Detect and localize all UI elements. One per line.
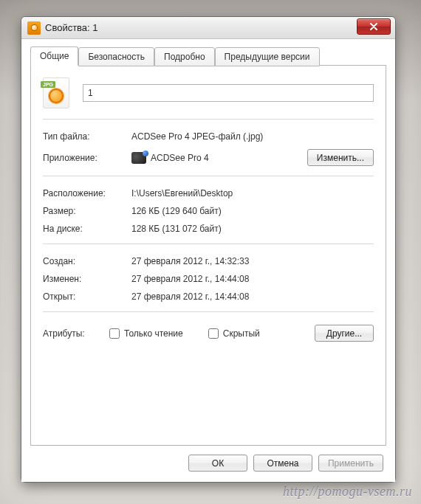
change-app-button[interactable]: Изменить... — [307, 149, 374, 166]
other-attributes-button[interactable]: Другие... — [315, 325, 374, 342]
label-size: Размер: — [43, 206, 131, 216]
close-button[interactable] — [357, 18, 391, 35]
label-accessed: Открыт: — [43, 291, 131, 302]
value-size-on-disk: 128 КБ (131 072 байт) — [131, 224, 374, 234]
checkbox-readonly-input[interactable] — [109, 328, 120, 339]
tab-panel-general: Тип файла: ACDSee Pro 4 JPEG-файл (.jpg)… — [30, 65, 386, 446]
separator — [43, 176, 374, 177]
tab-details[interactable]: Подробно — [154, 47, 215, 66]
value-application: ACDSee Pro 4 — [151, 153, 307, 163]
label-file-type: Тип файла: — [43, 131, 131, 142]
label-size-on-disk: На диске: — [43, 224, 131, 234]
value-size: 126 КБ (129 640 байт) — [131, 206, 374, 216]
label-created: Создан: — [43, 256, 131, 266]
dialog-button-row: ОК Отмена Применить — [30, 446, 386, 474]
value-file-type: ACDSee Pro 4 JPEG-файл (.jpg) — [131, 131, 374, 142]
filename-input[interactable] — [83, 84, 374, 102]
watermark-text: http://pomogu-vsem.ru — [283, 484, 412, 500]
window-title: Свойства: 1 — [45, 22, 98, 33]
label-location: Расположение: — [43, 188, 131, 199]
separator — [43, 311, 374, 313]
checkbox-hidden[interactable]: Скрытый — [208, 328, 260, 339]
label-modified: Изменен: — [43, 274, 131, 284]
tab-strip: Общие Безопасность Подробно Предыдущие в… — [30, 46, 386, 66]
cancel-button[interactable]: Отмена — [253, 455, 312, 472]
tab-previous-versions[interactable]: Предыдущие версии — [215, 47, 320, 66]
checkbox-readonly[interactable]: Только чтение — [109, 328, 183, 339]
properties-dialog: Свойства: 1 Общие Безопасность Подробно … — [21, 16, 396, 483]
value-location: I:\Users\Евгений\Desktop — [131, 188, 374, 199]
checkbox-hidden-label: Скрытый — [223, 328, 260, 339]
value-created: 27 февраля 2012 г., 14:32:33 — [131, 256, 374, 266]
checkbox-readonly-label: Только чтение — [124, 328, 183, 339]
checkbox-hidden-input[interactable] — [208, 328, 219, 339]
tab-general[interactable]: Общие — [30, 46, 78, 66]
ok-button[interactable]: ОК — [188, 455, 247, 472]
titlebar[interactable]: Свойства: 1 — [21, 17, 395, 39]
label-attributes: Атрибуты: — [43, 328, 103, 339]
apply-button[interactable]: Применить — [318, 455, 383, 472]
separator — [43, 244, 374, 245]
close-icon — [369, 23, 378, 30]
app-icon — [131, 152, 146, 164]
window-icon — [27, 21, 41, 35]
value-accessed: 27 февраля 2012 г., 14:44:08 — [131, 291, 374, 302]
value-modified: 27 февраля 2012 г., 14:44:08 — [131, 274, 374, 284]
client-area: Общие Безопасность Подробно Предыдущие в… — [21, 39, 395, 482]
file-type-icon — [43, 77, 69, 108]
label-application: Приложение: — [43, 153, 131, 163]
separator — [43, 119, 374, 120]
tab-security[interactable]: Безопасность — [78, 47, 154, 66]
